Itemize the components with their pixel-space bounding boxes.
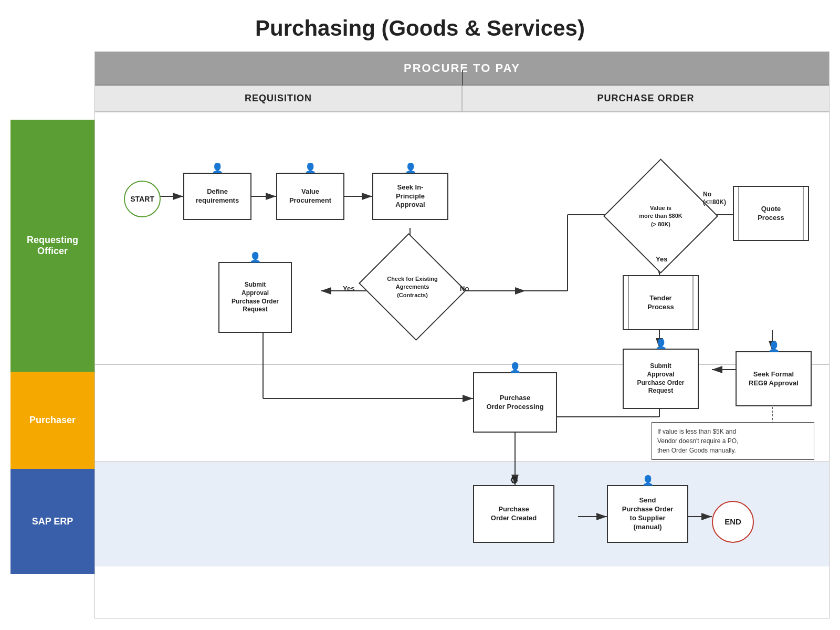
role-labels: Requesting Officer Purchaser SAP ERP (10, 51, 94, 618)
define-requirements-shape: 👤 Define requirements (183, 173, 251, 220)
check-existing-shape: Check for Existing Agreements (Contracts… (372, 251, 453, 322)
divider-1 (95, 364, 829, 365)
subprocess-left-tender (628, 276, 629, 329)
divider-2 (95, 461, 829, 462)
role-purchaser: Purchaser (10, 372, 94, 469)
seek-in-principle-shape: 👤 Seek In- Principle Approval (372, 173, 448, 220)
person-icon-submit2: 👤 (655, 338, 667, 350)
label-no-1: No (460, 285, 469, 292)
diamond-text: Check for Existing Agreements (Contracts… (372, 275, 453, 299)
po-created-shape: ⚙ Purchase Order Created (473, 485, 554, 543)
start-shape: START (124, 181, 161, 217)
label-yes-2: Yes (656, 255, 667, 263)
value-diamond-shape: Value is more than $80K (> 80K) (620, 175, 701, 257)
send-po-shape: 👤 Send Purchase Order to Supplier (manua… (607, 485, 688, 543)
subprocess-right-tender (692, 276, 694, 329)
sub-headers: REQUISITION PURCHASE ORDER (95, 86, 829, 112)
page-title: Purchasing (Goods & Services) (0, 0, 840, 51)
diagram-canvas: START 👤 Define requirements 👤 Value Proc… (95, 112, 829, 618)
person-icon-define: 👤 (212, 162, 223, 174)
purchase-order-header: PURCHASE ORDER (463, 86, 829, 111)
role-requesting: Requesting Officer (10, 120, 94, 372)
band-requesting (95, 112, 829, 364)
role-sap: SAP ERP (10, 469, 94, 574)
procure-header: PROCURE TO PAY (95, 52, 829, 86)
gear-icon-po: ⚙ (510, 475, 518, 487)
value-procurement-shape: 👤 Value Procurement (276, 173, 344, 220)
person-icon-po-proc: 👤 (509, 362, 521, 374)
person-icon-seek: 👤 (405, 162, 416, 174)
tender-process-shape: Tender Process (623, 275, 699, 330)
requisition-header: REQUISITION (95, 86, 463, 111)
subprocess-right-quote (803, 187, 804, 240)
quote-process-shape: Quote Process (733, 186, 809, 241)
main-container: Requesting Officer Purchaser SAP ERP PRO… (10, 51, 830, 618)
person-icon-send: 👤 (642, 475, 654, 487)
subprocess-left-quote (738, 187, 739, 240)
value-diamond-text: Value is more than $80K (> 80K) (620, 204, 701, 228)
person-icon-value: 👤 (304, 162, 316, 174)
person-icon-submit1: 👤 (249, 251, 261, 264)
person-icon-reg9: 👤 (768, 341, 780, 353)
submit-approval-2-shape: 👤 Submit Approval Purchase Order Request (623, 349, 699, 409)
note-box: If value is less than $5K and Vendor doe… (652, 422, 814, 460)
po-processing-shape: 👤 Purchase Order Processing (473, 372, 557, 433)
diagram-area: PROCURE TO PAY REQUISITION PURCHASE ORDE… (94, 51, 830, 618)
label-no-80k: No (<=80K) (703, 190, 726, 206)
end-shape: END (712, 501, 754, 543)
seek-formal-shape: 👤 Seek Formal REG9 Approval (736, 351, 812, 406)
submit-approval-1-shape: 👤 Submit Approval Purchase Order Request (218, 262, 292, 333)
label-yes-1: Yes (343, 285, 354, 292)
